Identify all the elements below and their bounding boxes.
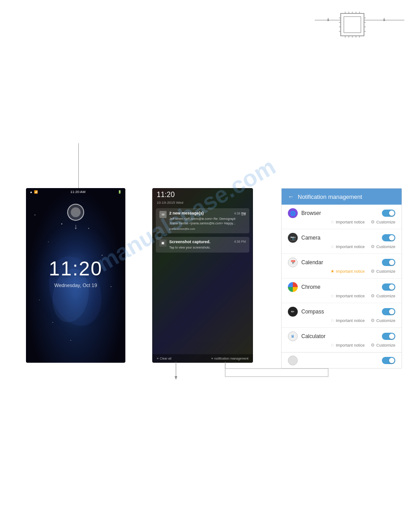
notification-panel-phone: 11:20 10-19-2015 Wed ✉ 2 new message(s) …: [152, 188, 253, 363]
calendar-sub-row: ★ Important notice ⚙ Customize: [288, 267, 395, 276]
notif-mgmt-browser-left: 🌐 Browser: [288, 208, 321, 218]
notification-management-button[interactable]: ≡ notification management: [211, 357, 248, 360]
compass-sub-row: ☆ Important notice ⚙ Customize: [288, 317, 395, 326]
camera-toggle[interactable]: [382, 234, 395, 241]
notif-mgmt-browser-item: 🌐 Browser ☆ Important notice ⚙ Customize: [282, 205, 402, 229]
lock-date-display: Wednesday, Oct 19: [54, 283, 97, 288]
browser-toggle[interactable]: [382, 210, 395, 217]
calculator-customize-text: Customize: [376, 343, 395, 348]
browser-customize-text: Customize: [376, 220, 395, 224]
chrome-important-notice[interactable]: ☆ Important notice: [330, 293, 365, 298]
calendar-customize[interactable]: ⚙ Customize: [371, 269, 395, 274]
notif-mgmt-browser-row: 🌐 Browser: [288, 208, 395, 218]
notif-card-title: 2 new message(s): [169, 211, 204, 215]
svg-point-24: [327, 19, 329, 21]
browser-star-icon: ☆: [330, 219, 334, 224]
notif-card-title-2: Screenshot captured.: [169, 240, 210, 244]
svg-point-33: [52, 322, 53, 323]
camera-name: Camera: [301, 235, 321, 241]
compass-customize-text: Customize: [376, 318, 395, 323]
chrome-gear-icon: ⚙: [371, 293, 375, 298]
notif-mgmt-chrome-left: Chrome: [288, 282, 321, 292]
compass-important-notice[interactable]: ☆ Important notice: [330, 318, 365, 323]
notif-time: 11:20: [152, 188, 253, 201]
browser-sub-row: ☆ Important notice ⚙ Customize: [288, 218, 395, 227]
calculator-toggle[interactable]: [382, 333, 395, 340]
compass-gear-icon: ⚙: [371, 318, 375, 323]
chrome-sub-row: ☆ Important notice ⚙ Customize: [288, 292, 395, 301]
svg-point-28: [61, 223, 62, 224]
calculator-important-notice[interactable]: ☆ Important notice: [330, 343, 365, 348]
svg-point-26: [34, 215, 35, 215]
camera-customize[interactable]: ⚙ Customize: [371, 244, 395, 249]
calendar-gear-icon: ⚙: [371, 269, 375, 274]
compass-icon: ✏: [288, 307, 298, 317]
browser-icon: 🌐: [288, 208, 298, 218]
camera-important-notice[interactable]: ☆ Important notice: [330, 244, 365, 249]
wifi-signal-icon: ▲ 📶: [30, 190, 38, 194]
chrome-customize-text: Customize: [376, 294, 395, 298]
svg-point-31: [39, 300, 40, 300]
lock-status-bar: ▲ 📶 11:20 AM 🔋: [26, 188, 125, 196]
notif-body-line1: Jeff lorem <jeff.lorem@le.com> Re: Demog…: [169, 217, 246, 221]
svg-point-25: [383, 19, 385, 21]
calculator-customize[interactable]: ⚙ Customize: [371, 343, 395, 348]
partial-item-toggle[interactable]: [382, 357, 395, 364]
compass-customize[interactable]: ⚙ Customize: [371, 318, 395, 323]
back-button[interactable]: ←: [288, 193, 294, 200]
clear-all-text: Clear all: [160, 357, 171, 360]
chrome-customize[interactable]: ⚙ Customize: [371, 293, 395, 298]
browser-important-notice[interactable]: ☆ Important notice: [330, 219, 365, 224]
notification-mgmt-text: notification management: [214, 357, 248, 360]
calculator-name: Calculator: [301, 333, 325, 339]
calculator-gear-icon: ⚙: [371, 343, 375, 348]
compass-toggle[interactable]: [382, 308, 395, 315]
lock-circle-inner: [71, 207, 81, 217]
message-icon: ✉: [159, 211, 167, 218]
notif-mgmt-compass-item: ✏ Compass ☆ Important notice ⚙ Customize: [282, 303, 402, 328]
chrome-toggle[interactable]: [382, 283, 395, 291]
notif-date-text: 10-19-2015: [157, 201, 175, 205]
notif-card-time-2: 4:36 PM: [234, 240, 246, 243]
calendar-important-text: Important notice: [336, 269, 365, 274]
notif-badge: 28: [241, 212, 246, 216]
notif-card-body: Jeff lorem <jeff.lorem@le.com> Re: Demog…: [169, 217, 246, 231]
clear-all-button[interactable]: ≡ Clear all: [157, 357, 171, 360]
bottom-connector-svg: [151, 362, 330, 389]
notif-card-header: 2 new message(s) 4:38 PM: [169, 211, 246, 215]
clear-icon: ≡: [157, 357, 158, 360]
browser-customize[interactable]: ⚙ Customize: [371, 219, 395, 224]
notif-mgmt-calendar-row: 📅 Calendar: [288, 257, 395, 267]
lock-circle[interactable]: [67, 204, 84, 221]
notif-mgmt-camera-left: 📷 Camera: [288, 233, 321, 243]
notif-card-body-area-2: Screenshot captured. 4:36 PM Tap to view…: [169, 240, 246, 250]
swipe-down-arrow: ↓: [74, 223, 77, 231]
notif-mgmt-chrome-row: Chrome: [288, 282, 395, 292]
notif-mgmt-compass-left: ✏ Compass: [288, 307, 324, 317]
calendar-important-notice[interactable]: ★ Important notice: [330, 269, 365, 274]
svg-rect-41: [225, 369, 328, 377]
chrome-star-icon: ☆: [330, 293, 334, 298]
notif-time-text: 11:20: [157, 191, 175, 198]
notif-card-row: ✉ 2 new message(s) 4:38 PM Jeff lorem <j…: [159, 211, 246, 231]
notif-date: 10-19-2015 Wed: [152, 201, 253, 205]
calendar-name: Calendar: [301, 259, 323, 266]
screenshot-notification-card[interactable]: ▣ Screenshot captured. 4:36 PM Tap to vi…: [156, 237, 249, 253]
calculator-icon: 🖩: [288, 331, 298, 341]
vertical-connector-line: [78, 143, 79, 190]
notif-mgmt-header: ← Notification management: [282, 189, 402, 205]
chrome-name: Chrome: [301, 284, 321, 290]
message-notification-card[interactable]: ✉ 2 new message(s) 4:38 PM Jeff lorem <j…: [156, 208, 249, 233]
calendar-toggle[interactable]: [382, 259, 395, 266]
compass-star-icon: ☆: [330, 318, 334, 323]
notif-day-text: Wed: [176, 201, 183, 205]
notif-card-body-2: Tap to view your screenshots.: [169, 245, 246, 250]
chip-diagram: [315, 9, 404, 42]
notif-mgmt-calculator-left: 🖩 Calculator: [288, 331, 325, 341]
svg-point-30: [102, 255, 103, 256]
notif-mgmt-calendar-left: 📅 Calendar: [288, 257, 323, 267]
browser-important-text: Important notice: [336, 220, 365, 224]
unlock-area[interactable]: ↓: [67, 204, 84, 231]
compass-name: Compass: [301, 309, 324, 315]
notif-mgmt-calculator-item: 🖩 Calculator ☆ Important notice ⚙ Custom…: [282, 328, 402, 352]
